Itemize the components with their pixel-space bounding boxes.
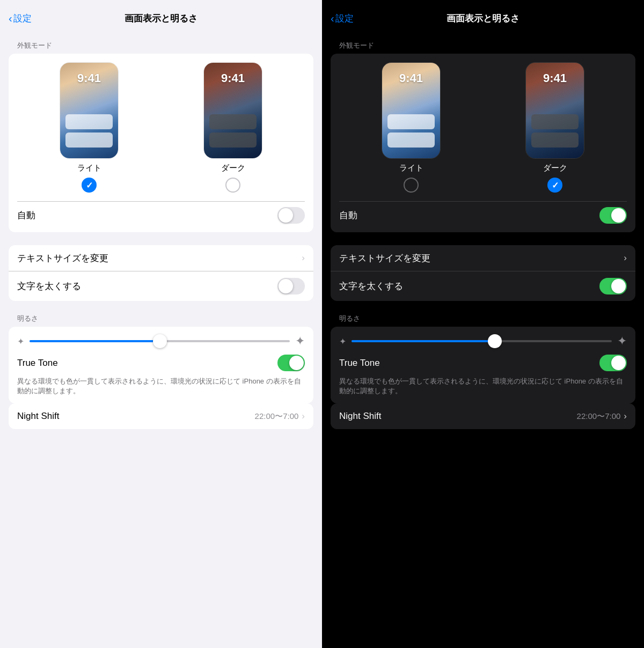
brightness-track-light[interactable] xyxy=(30,340,290,342)
phone-bar-dd1 xyxy=(531,114,579,129)
radio-check-light: ✓ xyxy=(86,180,93,190)
night-shift-section-dark: Night Shift 22:00〜7:00 › xyxy=(331,403,635,429)
phone-wallpaper-dark: 9:41 xyxy=(204,63,262,158)
bold-row-light: 文字を太くする xyxy=(9,271,313,301)
phone-bar-d2 xyxy=(209,132,257,148)
appearance-option-dark-d[interactable]: 9:41 ダーク ✓ xyxy=(525,62,584,193)
night-shift-row-light[interactable]: Night Shift 22:00〜7:00 › xyxy=(9,403,313,429)
truetone-toggle-light[interactable] xyxy=(277,355,305,371)
night-shift-label-dark: Night Shift xyxy=(339,411,381,422)
night-shift-chevron-light: › xyxy=(302,411,305,422)
brightness-thumb-dark[interactable] xyxy=(488,334,502,348)
bold-toggle-knob-dark xyxy=(611,279,626,293)
appearance-option-light-mode[interactable]: 9:41 ライト ✓ xyxy=(60,62,119,193)
text-card-dark: テキストサイズを変更 › 文字を太くする xyxy=(331,245,635,301)
brightness-fill-dark xyxy=(352,340,495,342)
brightness-header-light: 明るさ xyxy=(9,314,313,327)
bold-toggle-light[interactable] xyxy=(277,278,305,294)
auto-toggle-light[interactable] xyxy=(277,207,305,224)
night-shift-time-light: 22:00〜7:00 xyxy=(255,411,299,422)
phone-ui-bars-light xyxy=(65,114,113,148)
bold-label-dark: 文字を太くする xyxy=(339,280,403,292)
truetone-label-light: True Tone xyxy=(17,358,58,369)
bold-toggle-dark[interactable] xyxy=(599,278,627,294)
light-mode-label-d: ライト xyxy=(399,163,423,173)
light-mode-radio-d[interactable] xyxy=(404,178,419,193)
phone-bar-ld2 xyxy=(387,132,435,148)
phone-bar-ld1 xyxy=(387,114,435,129)
nav-back-label-dark: 設定 xyxy=(335,12,354,25)
nav-bar-light: ‹ 設定 画面表示と明るさ xyxy=(0,0,322,32)
phone-wallpaper-dark-d: 9:41 xyxy=(526,63,584,158)
light-mode-label: ライト xyxy=(77,163,101,173)
phone-mockup-dark: 9:41 xyxy=(203,62,262,159)
truetone-toggle-dark[interactable] xyxy=(599,355,627,371)
truetone-row-dark: True Tone xyxy=(339,355,627,373)
brightness-slider-row-light: ✦ ✦ xyxy=(17,334,305,348)
night-shift-section-light: Night Shift 22:00〜7:00 › xyxy=(9,403,313,429)
content-light: 外観モード 9:41 xyxy=(0,32,322,451)
nav-title-light: 画面表示と明るさ xyxy=(125,12,197,25)
phone-time-light-d: 9:41 xyxy=(399,71,423,85)
nav-title-dark: 画面表示と明るさ xyxy=(447,12,519,25)
auto-row-light: 自動 xyxy=(17,201,305,224)
appearance-header-light: 外観モード xyxy=(9,41,313,54)
brightness-bright-icon-light: ✦ xyxy=(295,334,305,348)
nav-back-light[interactable]: ‹ 設定 xyxy=(9,12,32,25)
text-size-chevron-dark: › xyxy=(624,253,627,263)
night-shift-value-light: 22:00〜7:00 › xyxy=(255,411,305,422)
phone-mockup-light-d: 9:41 xyxy=(382,62,441,159)
phone-ui-bars-light-d xyxy=(387,114,435,148)
brightness-slider-row-dark: ✦ ✦ xyxy=(339,334,627,348)
radio-check-dark: ✓ xyxy=(552,180,559,190)
appearance-section-dark: 外観モード 9:41 xyxy=(331,41,635,232)
night-shift-label-light: Night Shift xyxy=(17,411,59,422)
phone-time-dark-d: 9:41 xyxy=(543,71,567,85)
back-chevron-icon-dark: ‹ xyxy=(331,13,334,24)
nav-bar-dark: ‹ 設定 画面表示と明るさ xyxy=(322,0,644,32)
brightness-section-light: 明るさ ✦ ✦ True Tone xyxy=(9,314,313,403)
text-size-label-dark: テキストサイズを変更 xyxy=(339,252,430,264)
night-shift-row-dark[interactable]: Night Shift 22:00〜7:00 › xyxy=(331,403,635,429)
brightness-header-dark: 明るさ xyxy=(331,314,635,327)
night-shift-card-light: Night Shift 22:00〜7:00 › xyxy=(9,403,313,429)
nav-back-label-light: 設定 xyxy=(13,12,32,25)
text-size-row-dark[interactable]: テキストサイズを変更 › xyxy=(331,245,635,271)
night-shift-card-dark: Night Shift 22:00〜7:00 › xyxy=(331,403,635,429)
dark-panel: ‹ 設定 画面表示と明るさ 外観モード 9:41 xyxy=(322,0,644,648)
phone-mockup-dark-d: 9:41 xyxy=(525,62,584,159)
truetone-knob-dark xyxy=(611,356,626,370)
brightness-thumb-light[interactable] xyxy=(153,334,167,348)
appearance-header-dark: 外観モード xyxy=(331,41,635,54)
bold-label-light: 文字を太くする xyxy=(17,280,81,292)
nav-back-dark[interactable]: ‹ 設定 xyxy=(331,12,354,25)
auto-label-dark: 自動 xyxy=(339,209,357,222)
dark-mode-radio[interactable] xyxy=(225,178,240,193)
truetone-desc-dark: 異なる環境でも色が一貫して表示されるように、環境光の状況に応じて iPhone … xyxy=(339,377,627,396)
truetone-desc-light: 異なる環境でも色が一貫して表示されるように、環境光の状況に応じて iPhone … xyxy=(17,377,305,396)
brightness-track-dark[interactable] xyxy=(352,340,612,342)
night-shift-value-dark: 22:00〜7:00 › xyxy=(577,411,627,422)
light-panel: ‹ 設定 画面表示と明るさ 外観モード 9:41 xyxy=(0,0,322,648)
appearance-section-light: 外観モード 9:41 xyxy=(9,41,313,232)
bold-row-dark: 文字を太くする xyxy=(331,271,635,301)
phone-time-dark: 9:41 xyxy=(221,71,245,85)
auto-toggle-dark[interactable] xyxy=(599,207,627,224)
phone-ui-bars-dark xyxy=(209,114,257,148)
text-size-row-light[interactable]: テキストサイズを変更 › xyxy=(9,245,313,271)
appearance-option-dark-mode[interactable]: 9:41 ダーク xyxy=(203,62,262,193)
brightness-dim-icon-dark: ✦ xyxy=(339,336,346,347)
phone-ui-bars-dark-d xyxy=(531,114,579,148)
brightness-card-dark: ✦ ✦ True Tone 異なる環境でも色が一貫して表示されるように、環境光の… xyxy=(331,327,635,403)
night-shift-chevron-dark: › xyxy=(624,411,627,422)
text-section-light: テキストサイズを変更 › 文字を太くする xyxy=(9,245,313,301)
brightness-dim-icon-light: ✦ xyxy=(17,336,24,347)
appearance-option-light-d[interactable]: 9:41 ライト xyxy=(382,62,441,193)
light-mode-radio[interactable]: ✓ xyxy=(82,178,97,193)
text-section-dark: テキストサイズを変更 › 文字を太くする xyxy=(331,245,635,301)
text-card-light: テキストサイズを変更 › 文字を太くする xyxy=(9,245,313,301)
dark-mode-radio-d[interactable]: ✓ xyxy=(547,178,562,193)
truetone-row-light: True Tone xyxy=(17,355,305,373)
truetone-knob-light xyxy=(289,356,304,370)
brightness-section-dark: 明るさ ✦ ✦ True Tone xyxy=(331,314,635,403)
